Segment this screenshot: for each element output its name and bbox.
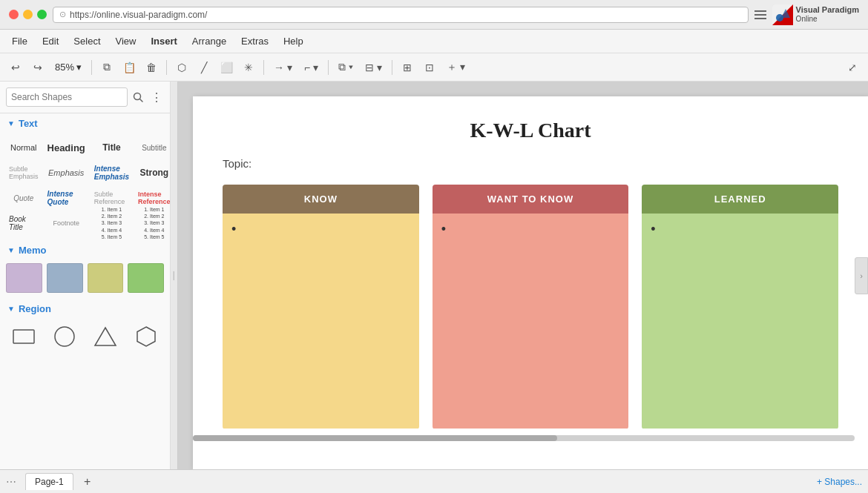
menu-arrange[interactable]: Arrange (186, 33, 232, 49)
kwl-know-bullet: • (231, 222, 236, 236)
memo-section-arrow: ▼ (7, 246, 15, 254)
border-button[interactable]: ⬜ (217, 58, 236, 77)
page-menu-button[interactable]: ⋯ (6, 476, 16, 488)
canvas-scrollbar-thumb (193, 435, 557, 441)
arrow-button[interactable]: → ▾ (269, 58, 297, 77)
minimize-button[interactable] (23, 10, 33, 19)
text-section-header[interactable]: ▼ Text (0, 113, 170, 133)
add-button[interactable]: ＋ ▾ (442, 58, 470, 77)
align-button[interactable]: ⊟ ▾ (361, 58, 387, 77)
text-heading-item[interactable]: Heading (45, 136, 88, 159)
add-page-button[interactable]: + (79, 474, 96, 490)
kwl-columns: KNOW • WANT TO KNOW • LEARNED (223, 185, 838, 429)
search-bar: ⋮ (0, 82, 170, 113)
memo-blue-item[interactable] (47, 263, 83, 293)
menu-view[interactable]: View (110, 33, 142, 49)
format-button[interactable]: ⬡ (172, 58, 191, 77)
maximize-button[interactable] (37, 10, 47, 19)
copy-button[interactable]: ⧉ (97, 58, 116, 77)
text-emphasis-item[interactable]: Emphasis (45, 162, 88, 184)
fullscreen-button[interactable]: ⤢ (843, 58, 862, 77)
titlebar: ⊙ https://online.visual-paradigm.com/ Vi… (0, 0, 868, 30)
region-circle-item[interactable] (47, 322, 83, 351)
search-button[interactable] (131, 89, 146, 105)
region-section-header[interactable]: ▼ Region (0, 299, 170, 319)
text-footnote-item[interactable]: Footnote (45, 212, 88, 234)
kwl-know-body[interactable]: • (223, 214, 419, 429)
text-list1-item[interactable]: 1. Item 12. Item 23. Item 34. Item 45. I… (91, 212, 132, 234)
toolbar-divider-5 (392, 60, 392, 75)
redo-button[interactable]: ↪ (28, 58, 47, 77)
arrange-button[interactable]: ⧉ ▾ (334, 58, 358, 77)
undo-button[interactable]: ↩ (6, 58, 25, 77)
text-intense-quote-item[interactable]: Intense Quote (45, 187, 88, 209)
memo-section-header[interactable]: ▼ Memo (0, 240, 170, 260)
canvas-inner[interactable]: K-W-L Chart Topic: KNOW • WANT TO KNOW (193, 96, 868, 469)
canvas-scrollbar[interactable] (193, 435, 855, 441)
menu-help[interactable]: Help (277, 33, 309, 49)
memo-section-grid (0, 260, 170, 299)
kwl-learned-body[interactable]: • (642, 214, 838, 429)
text-quote-item[interactable]: Quote (6, 187, 42, 209)
sidebar-collapse-handle[interactable]: │ (171, 82, 178, 469)
connector-button[interactable]: ⌐ ▾ (300, 58, 323, 77)
text-section-arrow: ▼ (7, 119, 15, 128)
right-panel-toggle[interactable]: › (855, 257, 868, 294)
text-section-label: Text (19, 118, 38, 129)
underline-button[interactable]: ╱ (194, 58, 214, 77)
hamburger-menu-button[interactable] (754, 10, 766, 19)
svg-rect-6 (13, 330, 34, 343)
zoom-arrow: ▾ (76, 62, 82, 73)
paste-button[interactable]: 📋 (119, 58, 139, 77)
memo-yellow-item[interactable] (88, 263, 124, 293)
menu-select[interactable]: Select (68, 33, 106, 49)
text-section-grid: Normal Heading Title Subtitle Subtle Emp… (0, 133, 170, 240)
menu-extras[interactable]: Extras (235, 33, 274, 49)
memo-purple-item[interactable] (6, 263, 42, 293)
text-list2-item[interactable]: 1. Item 12. Item 23. Item 34. Item 45. I… (135, 212, 171, 234)
grid-button[interactable]: ⊞ (398, 58, 417, 77)
region-triangle-item[interactable] (88, 322, 124, 351)
zoom-control[interactable]: 85% ▾ (50, 60, 86, 74)
memo-green-item[interactable] (128, 263, 164, 293)
region-rectangle-item[interactable] (6, 322, 42, 351)
text-normal-item[interactable]: Normal (6, 136, 42, 159)
svg-marker-8 (95, 328, 116, 345)
zoom-value: 85% (55, 62, 74, 73)
toolbar-divider-2 (166, 60, 167, 75)
toolbar: ↩ ↪ 85% ▾ ⧉ 📋 🗑 ⬡ ╱ ⬜ ✳ → ▾ ⌐ ▾ ⧉ ▾ ⊟ ▾ … (0, 53, 868, 82)
kwl-want-body[interactable]: • (433, 214, 629, 429)
kwl-know-header: KNOW (223, 185, 419, 214)
canvas-area: K-W-L Chart Topic: KNOW • WANT TO KNOW (178, 82, 868, 469)
kwl-know-column[interactable]: KNOW • (223, 185, 419, 429)
memo-section-label: Memo (19, 245, 47, 256)
text-strong-item[interactable]: Strong (135, 162, 171, 184)
toolbar-divider-3 (263, 60, 264, 75)
text-subtle-emph-item[interactable]: Subtle Emphasis (6, 162, 42, 184)
url-text: https://online.visual-paradigm.com/ (70, 10, 207, 20)
kwl-want-column[interactable]: WANT TO KNOW • (433, 185, 629, 429)
region-hexagon-item[interactable] (128, 322, 164, 351)
kwl-want-bullet: • (441, 222, 446, 236)
text-intense-emph-item[interactable]: Intense Emphasis (91, 162, 132, 184)
shape-extra-button[interactable]: ✳ (239, 58, 258, 77)
vp-logo: Visual Paradigm Online (772, 4, 859, 25)
search-more-button[interactable]: ⋮ (149, 89, 165, 105)
page-button[interactable]: ⊡ (420, 58, 439, 77)
region-section-grid (0, 319, 170, 357)
menubar: File Edit Select View Insert Arrange Ext… (0, 30, 868, 53)
text-title-item[interactable]: Title (91, 136, 132, 159)
vp-logo-sub: Online (796, 15, 859, 24)
menu-file[interactable]: File (6, 33, 33, 49)
search-input[interactable] (6, 87, 128, 107)
page-tab[interactable]: Page-1 (25, 473, 73, 490)
text-book-title-item[interactable]: Book Title (6, 212, 42, 234)
text-subtitle-item[interactable]: Subtitle (135, 136, 171, 159)
kwl-learned-column[interactable]: LEARNED • (642, 185, 838, 429)
delete-button[interactable]: 🗑 (142, 58, 161, 77)
menu-insert[interactable]: Insert (145, 33, 183, 49)
shapes-button[interactable]: + Shapes... (817, 477, 862, 487)
menu-edit[interactable]: Edit (36, 33, 65, 49)
url-bar[interactable]: ⊙ https://online.visual-paradigm.com/ (53, 7, 749, 23)
close-button[interactable] (9, 10, 19, 19)
